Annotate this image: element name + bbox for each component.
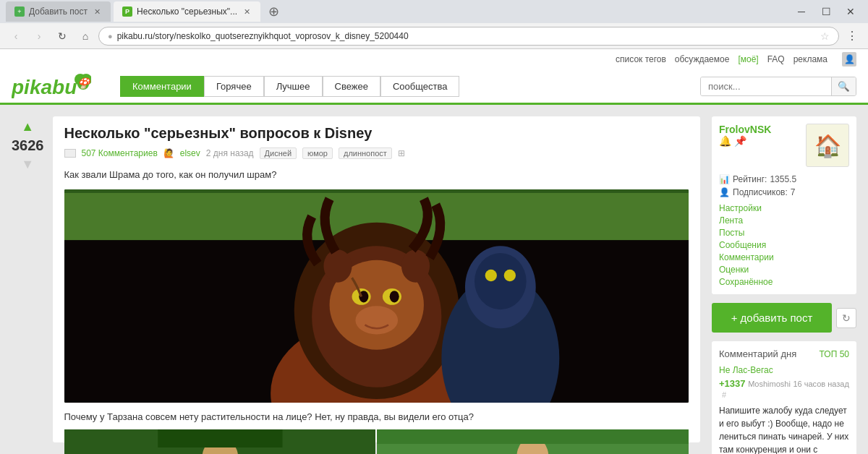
svg-point-18 <box>355 306 398 334</box>
svg-rect-28 <box>158 429 282 447</box>
comment-time: 16 часов назад <box>793 380 848 388</box>
tarzan-image-1 <box>64 429 376 454</box>
subscribers-label: Подписчиков: <box>733 187 788 197</box>
post-content-area: Несколько "серьезных" вопросов к Disney … <box>53 116 701 442</box>
reload-button[interactable]: ↻ <box>52 26 72 46</box>
user-card: FrolovNSK 🔔 📌 🏠 📊 Рейтинг: 1355. <box>712 116 856 294</box>
tag-disney[interactable]: Дисней <box>260 147 297 159</box>
post-time: 2 дня назад <box>206 148 254 158</box>
avatar: 🏠 <box>806 124 849 167</box>
vote-up-button[interactable]: ▲ <box>21 119 34 134</box>
post-title: Несколько "серьезных" вопросов к Disney <box>64 125 689 142</box>
author-icon: 🙋 <box>163 148 174 158</box>
link-saved[interactable]: Сохранённое <box>719 277 849 287</box>
link-comments[interactable]: Комментарии <box>719 252 849 262</box>
sidebar: FrolovNSK 🔔 📌 🏠 📊 Рейтинг: 1355. <box>712 116 856 442</box>
vote-block: ▲ 3626 ▼ <box>12 116 44 442</box>
search-button[interactable]: 🔍 <box>831 77 856 95</box>
header-link-my[interactable]: [моё] <box>738 54 758 64</box>
header-link-discussed[interactable]: обсуждаемое <box>675 54 730 64</box>
search-box: 🔍 <box>700 77 856 96</box>
post-text-2: Почему у Тарзана совсем нету растительно… <box>64 410 689 424</box>
header-link-faq[interactable]: FAQ <box>767 54 785 64</box>
post-images-tarzan <box>64 429 689 454</box>
comment-user-link[interactable]: Не Лас-Вегас <box>719 365 849 375</box>
close-window-button[interactable]: ✕ <box>839 4 862 19</box>
top50-link[interactable]: ТОП 50 <box>820 349 849 359</box>
svg-point-20 <box>401 249 429 283</box>
tag-longpost[interactable]: длиннопост <box>339 147 392 159</box>
rating-icon: 📊 <box>719 174 730 184</box>
link-posts[interactable]: Посты <box>719 228 849 238</box>
site-logo[interactable]: pikabu 🍄 <box>12 72 91 100</box>
svg-point-25 <box>503 269 515 280</box>
tag-humor[interactable]: юмор <box>302 147 333 159</box>
link-messages[interactable]: Сообщения <box>719 240 849 250</box>
chrome-menu-button[interactable]: ⋮ <box>842 26 862 46</box>
rating-value: 1355.5 <box>770 174 796 184</box>
tarzan-image-2 <box>377 429 689 454</box>
link-feed[interactable]: Лента <box>719 215 849 226</box>
secure-icon: ● <box>108 32 113 40</box>
author-link[interactable]: elsev <box>180 148 200 158</box>
header-link-advert[interactable]: реклама <box>793 54 827 64</box>
add-post-row: + добавить пост ↻ <box>712 303 856 333</box>
refresh-button[interactable]: ↻ <box>836 308 856 328</box>
pin-icon[interactable]: 📌 <box>734 135 746 147</box>
subscribers-icon: 👤 <box>719 187 730 197</box>
vote-down-button[interactable]: ▼ <box>21 157 34 172</box>
user-stats: 📊 Рейтинг: 1355.5 👤 Подписчиков: 7 <box>719 173 849 199</box>
tab-favicon-2: P <box>122 7 132 17</box>
post-settings-icon[interactable]: ⊞ <box>398 148 405 158</box>
maximize-button[interactable]: ☐ <box>814 4 838 19</box>
new-tab-button[interactable]: ⊕ <box>263 1 284 22</box>
search-icon: 🔍 <box>838 81 850 92</box>
main-nav: Комментарии Горячее Лучшее Свежее Сообще… <box>120 76 459 97</box>
svg-rect-31 <box>377 429 689 444</box>
forward-button[interactable]: › <box>29 26 49 46</box>
username[interactable]: FrolovNSK <box>719 124 771 135</box>
add-post-button[interactable]: + добавить пост <box>712 303 832 333</box>
comment-of-day: Комментарий дня ТОП 50 Не Лас-Вегас +133… <box>712 341 856 454</box>
comment-hash: # <box>722 390 726 399</box>
url-bar[interactable]: ● pikabu.ru/story/neskolko_quotsereznyik… <box>98 27 839 46</box>
link-ratings[interactable]: Оценки <box>719 265 849 275</box>
bookmark-icon[interactable]: ☆ <box>820 30 830 42</box>
link-settings[interactable]: Настройки <box>719 203 849 213</box>
post-meta-icon <box>64 149 76 158</box>
nav-comments[interactable]: Комментарии <box>120 76 204 97</box>
svg-text:pikabu: pikabu <box>12 76 77 98</box>
minimize-button[interactable]: ─ <box>790 4 813 19</box>
svg-point-19 <box>323 249 352 283</box>
nav-hot[interactable]: Горячее <box>204 76 264 97</box>
comment-text: Напишите жалобу куда следует и его выбут… <box>719 404 849 454</box>
nav-fresh[interactable]: Свежее <box>323 76 380 97</box>
tab-favicon-1: + <box>14 7 25 17</box>
svg-point-16 <box>389 291 399 302</box>
tab-title-2: Несколько "серьезных"... <box>137 7 237 17</box>
tab-close-2[interactable]: ✕ <box>242 7 252 17</box>
user-profile-icon[interactable]: 👤 <box>842 52 856 67</box>
nav-communities[interactable]: Сообщества <box>380 76 460 97</box>
comment-day-title: Комментарий дня <box>719 348 796 359</box>
header-link-tag-list[interactable]: список тегов <box>616 54 666 64</box>
svg-point-24 <box>485 269 496 280</box>
nav-best[interactable]: Лучшее <box>264 76 323 97</box>
back-button[interactable]: ‹ <box>6 26 26 46</box>
tab-title-1: Добавить пост <box>29 7 88 17</box>
post-meta: 507 Комментариев 🙋 elsev 2 дня назад Дис… <box>64 147 689 159</box>
home-button[interactable]: ⌂ <box>75 26 95 46</box>
tab-pikabu-post[interactable]: P Несколько "серьезных"... ✕ <box>114 1 260 22</box>
search-input[interactable] <box>701 77 831 95</box>
comments-link[interactable]: 507 Комментариев <box>82 148 158 158</box>
comment-meta-user[interactable]: Moshimoshi <box>748 380 791 388</box>
svg-point-23 <box>474 253 526 309</box>
tab-add-post[interactable]: + Добавить пост ✕ <box>6 1 111 22</box>
subscribers-value: 7 <box>791 187 796 197</box>
bell-icon[interactable]: 🔔 <box>719 135 731 147</box>
post-image-lion <box>64 189 689 403</box>
vote-count: 3626 <box>12 137 44 154</box>
tab-close-1[interactable]: ✕ <box>92 7 102 17</box>
logo-svg: pikabu 🍄 <box>12 72 91 100</box>
post-text-1: Как звали Шрама до того, как он получил … <box>64 168 689 182</box>
